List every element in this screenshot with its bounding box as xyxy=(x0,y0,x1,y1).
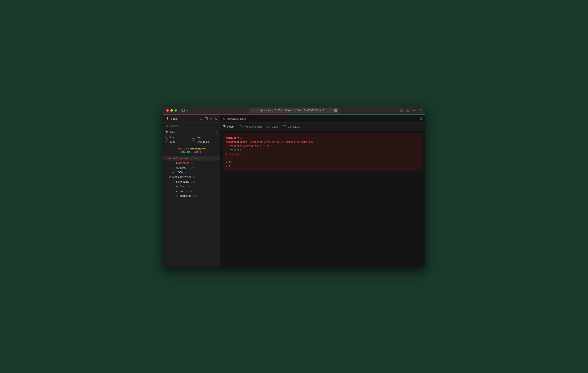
chevron-down-icon xyxy=(165,157,167,159)
tree-item-time: < 1ms xyxy=(186,190,192,192)
status-summary: FAIL (1) / RUNNING (0) PASS (1) / SKIP (… xyxy=(163,145,220,156)
tab-module-graph[interactable]: Module Graph xyxy=(240,124,262,129)
fail-x-icon xyxy=(223,118,225,120)
tree-item-label: test/suite.test.ts xyxy=(172,176,191,178)
pass-check-icon xyxy=(176,190,178,192)
maximize-window-button[interactable] xyxy=(175,109,177,112)
error-test-name: Math.sqrt() xyxy=(226,136,420,140)
tree-item[interactable]: suite name2ms xyxy=(163,179,220,184)
url-bar[interactable]: localhost:51204/__vitest__/#/?file=16484… xyxy=(249,108,339,113)
sidebar-header: Vitest xyxy=(163,115,220,123)
sidebar-toolbar xyxy=(200,117,218,120)
content-area: Vitest xyxy=(163,115,425,267)
svg-rect-16 xyxy=(283,125,286,128)
filter-onlytests-checkbox[interactable]: Only Tests xyxy=(192,140,218,143)
search-row xyxy=(163,123,220,129)
svg-point-13 xyxy=(240,125,241,126)
filter-skip-checkbox[interactable]: Skip xyxy=(166,140,191,143)
pass-check-icon xyxy=(172,167,175,169)
fail-x-icon xyxy=(168,157,171,159)
tree-item[interactable]: bar< 1ms xyxy=(163,189,220,193)
tree-item[interactable]: Squared< 1ms xyxy=(163,165,220,170)
list-icon[interactable] xyxy=(200,117,203,120)
tree-item[interactable]: Math.sqrt()3ms xyxy=(163,161,220,165)
tree-item-label: Squared xyxy=(176,166,186,169)
error-location[interactable]: - /test/basic.test.ts:7:24 xyxy=(226,144,420,148)
chevron-down-icon xyxy=(165,176,167,178)
titlebar-left-controls xyxy=(181,109,189,112)
tree-item-label: snapshot xyxy=(180,194,191,197)
external-link-icon[interactable] xyxy=(420,117,422,120)
app-window: localhost:51204/__vitest__/#/?file=16484… xyxy=(163,106,425,267)
download-icon[interactable] xyxy=(400,109,403,112)
fail-x-icon xyxy=(172,162,175,164)
moon-icon[interactable] xyxy=(215,117,218,120)
tree-item-label: test/basic.test.ts xyxy=(172,157,191,160)
tree-item-time: < 1ms xyxy=(185,171,191,174)
filter-icon xyxy=(166,131,168,134)
pass-check-icon xyxy=(176,195,178,197)
url-menu-icon[interactable]: ⋯ xyxy=(334,109,337,112)
dashboard-icon[interactable] xyxy=(205,117,208,120)
tree-item[interactable]: test/suite.test.ts2ms xyxy=(163,175,220,179)
console-icon xyxy=(283,125,286,128)
tree-item-time: 2ms xyxy=(193,176,197,178)
close-window-button[interactable] xyxy=(166,109,169,112)
test-tree: test/basic.test.ts3msMath.sqrt()3msSquar… xyxy=(163,156,220,267)
tree-item[interactable]: snapshot1ms xyxy=(163,193,220,198)
file-tab-label: test/basic.test.ts xyxy=(227,117,246,120)
diff-expected-value: - 22 xyxy=(226,160,420,165)
pass-check-icon xyxy=(172,171,175,173)
svg-rect-12 xyxy=(223,125,225,128)
new-tab-icon[interactable] xyxy=(412,109,415,112)
code-icon xyxy=(267,125,270,128)
filter-options: Fail Pass Skip Only Tests xyxy=(166,135,218,143)
open-file-icon xyxy=(267,145,269,147)
url-text: localhost:51204/__vitest__/#/?file=16484… xyxy=(264,109,324,112)
tree-item-time: < 1ms xyxy=(188,166,194,169)
app-name: Vitest xyxy=(171,117,177,120)
tree-item-label: foo xyxy=(180,185,184,188)
tree-item-label: JSON xyxy=(176,171,183,174)
tree-item-time: 1ms xyxy=(193,195,197,197)
search-input[interactable] xyxy=(170,124,218,127)
tree-item-time: 3ms xyxy=(194,157,198,159)
file-tab[interactable]: test/basic.test.ts xyxy=(223,117,246,120)
tree-item[interactable]: JSON< 1ms xyxy=(163,170,220,175)
sidebar: Vitest xyxy=(163,115,220,267)
pass-check-icon xyxy=(168,176,171,178)
filter-fail-checkbox[interactable]: Fail xyxy=(166,135,191,139)
tree-item-label: Math.sqrt() xyxy=(176,161,189,165)
chevron-down-icon[interactable] xyxy=(187,109,189,112)
tree-item[interactable]: test/basic.test.ts3ms xyxy=(163,156,220,161)
sidebar-toggle-icon[interactable] xyxy=(181,109,185,112)
traffic-lights xyxy=(166,109,177,112)
report-content: Math.sqrt() AssertionError: expected 2 t… xyxy=(220,131,425,267)
tree-item-label: suite name xyxy=(176,180,189,183)
titlebar: localhost:51204/__vitest__/#/?file=16484… xyxy=(163,106,425,114)
report-icon xyxy=(223,125,226,128)
tab-console[interactable]: Console (0) xyxy=(283,124,301,129)
tab-report[interactable]: Report xyxy=(223,124,235,129)
search-icon xyxy=(166,124,168,127)
filter-clear-icon[interactable] xyxy=(215,131,218,134)
filter-pass-checkbox[interactable]: Pass xyxy=(192,135,218,139)
tabs-icon[interactable] xyxy=(419,109,422,112)
error-message: AssertionError: expected 2 to be 22 // O… xyxy=(226,140,420,144)
share-icon[interactable] xyxy=(406,109,409,112)
tab-code[interactable]: Code xyxy=(267,124,278,129)
svg-point-10 xyxy=(166,125,168,127)
svg-rect-6 xyxy=(419,110,421,112)
svg-rect-0 xyxy=(182,109,185,112)
tree-item[interactable]: foo1ms xyxy=(163,184,220,189)
diff-received-label: + Received xyxy=(226,152,420,156)
main-panel: test/basic.test.ts Report Modu xyxy=(220,115,425,267)
tree-item-label: bar xyxy=(180,190,184,193)
chevron-down-icon xyxy=(168,181,171,183)
minimize-window-button[interactable] xyxy=(170,109,173,112)
pass-check-icon xyxy=(172,181,175,183)
graph-icon xyxy=(240,125,243,128)
tree-item-time: 3ms xyxy=(191,162,195,164)
run-icon[interactable] xyxy=(210,117,213,120)
diff-received-value: + 2 xyxy=(226,165,420,168)
